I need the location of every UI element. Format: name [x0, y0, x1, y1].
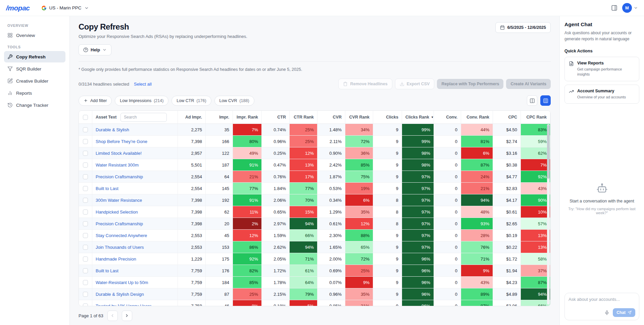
account-name: US - Marin PPC — [49, 5, 82, 10]
column-header-asset[interactable]: Asset Text — [92, 111, 178, 124]
asset-text-link[interactable]: Stay Connected Anywhere — [96, 233, 147, 238]
mopac-logo[interactable]: /mopac — [6, 4, 30, 12]
cvr-rank-cell: 36% — [345, 147, 373, 159]
row-checkbox[interactable] — [83, 292, 88, 297]
replace-with-top-performers-button[interactable]: Replace with Top Performers — [437, 79, 503, 89]
ad-impr-cell: 7,759 — [178, 265, 206, 277]
conv-cell: 0 — [434, 288, 461, 300]
asset-text-link[interactable]: Water Resistant 300m — [96, 162, 139, 168]
table-view-toggle-button[interactable] — [540, 95, 551, 106]
row-checkbox[interactable] — [83, 210, 88, 215]
column-header-cvr[interactable]: CVR — [317, 111, 345, 124]
table-scrollbar[interactable] — [547, 124, 550, 305]
row-checkbox[interactable] — [83, 304, 88, 306]
select-all-link[interactable]: Select all — [134, 82, 152, 87]
column-header-clicks-rank[interactable]: Clicks Rank▼ — [402, 111, 434, 124]
chat-input[interactable] — [568, 297, 635, 302]
user-menu[interactable]: M — [622, 3, 638, 13]
sidebar-item-overview[interactable]: Overview — [4, 30, 65, 41]
cvr-cell: 0.85% — [317, 300, 345, 306]
mic-button[interactable] — [604, 310, 609, 315]
split-view-toggle-button[interactable] — [527, 95, 537, 106]
asset-text-link[interactable]: Handmade Precision — [96, 257, 136, 262]
impr-rank-cell: 8% — [233, 300, 262, 306]
asset-text-link[interactable]: Handpicked Selection — [96, 210, 138, 215]
filter-chip-low-ctr[interactable]: Low CTR (176) — [171, 96, 211, 106]
column-header-ctr[interactable]: CTR — [262, 111, 290, 124]
impr-cell: 122 — [206, 147, 233, 159]
prev-page-button[interactable] — [107, 311, 118, 321]
asset-text-link[interactable]: Trusted by 10K Happy Users — [96, 304, 151, 306]
row-checkbox[interactable] — [83, 221, 88, 226]
ctr-rank-cell: 17% — [290, 171, 317, 183]
column-header-impr[interactable]: Impr. — [206, 111, 233, 124]
asset-text-link[interactable]: Water-Resistant Up to 50m — [96, 280, 148, 285]
export-csv-button[interactable]: Export CSV — [395, 79, 435, 89]
row-checkbox[interactable] — [83, 186, 88, 191]
scrollbar-thumb[interactable] — [547, 125, 550, 179]
row-checkbox[interactable] — [83, 233, 88, 238]
cpc-rank-cell: 62% — [521, 147, 550, 159]
quick-action-view-reports[interactable]: View Reports Get campaign performance in… — [564, 57, 639, 81]
asset-text-link[interactable]: Precision Craftsmanship — [96, 221, 143, 226]
row-checkbox[interactable] — [83, 139, 88, 144]
column-header-clicks[interactable]: Clicks — [373, 111, 402, 124]
sidebar-item-creative-builder[interactable]: Creative Builder — [4, 75, 65, 87]
asset-text-link[interactable]: Limited Stock Available! — [96, 151, 142, 156]
asset-text-link[interactable]: Precision Craftsmanship — [96, 174, 143, 179]
quick-action-account-summary[interactable]: Account Summary Overview of your ad acco… — [564, 85, 639, 104]
asset-text-link[interactable]: Built to Last — [96, 268, 118, 273]
row-checkbox[interactable] — [83, 162, 88, 168]
row-checkbox[interactable] — [83, 127, 88, 132]
row-checkbox[interactable] — [83, 198, 88, 203]
row-checkbox[interactable] — [83, 257, 88, 262]
asset-text-link[interactable]: 300m Water Resistance — [96, 198, 142, 203]
row-checkbox[interactable] — [83, 280, 88, 285]
chat-send-button[interactable]: Chat — [613, 308, 635, 317]
ctr-cell: 0.76% — [262, 171, 290, 183]
cpc-rank-cell: 13% — [521, 241, 550, 253]
asset-text-link[interactable]: Shop Before They're Gone — [96, 139, 147, 144]
filter-chip-low-impressions[interactable]: Low Impressions (214) — [115, 96, 168, 106]
column-header-ctr-rank[interactable]: CTR Rank — [290, 111, 317, 124]
conv-rank-cell: 24% — [461, 171, 493, 183]
impr-rank-cell: 77% — [233, 183, 262, 194]
column-header-cpc[interactable]: CPC — [493, 111, 521, 124]
filter-chip-low-cvr[interactable]: Low CVR (188) — [214, 96, 254, 106]
clicks-cell: 8 — [373, 194, 402, 206]
row-checkbox[interactable] — [83, 245, 88, 250]
date-range-button[interactable]: 6/5/2025 - 12/6/2025 — [495, 22, 551, 33]
row-checkbox[interactable] — [83, 268, 88, 273]
sidebar-item-copy-refresh[interactable]: Copy Refresh — [4, 51, 65, 62]
help-button[interactable]: Help — [79, 44, 111, 55]
impr-cell: 153 — [206, 241, 233, 253]
column-header-impr-rank[interactable]: Impr. Rank — [233, 111, 262, 124]
asset-text-link[interactable]: Durable & Stylish — [96, 127, 129, 132]
sidebar-item-sqr-builder[interactable]: SQR Builder — [4, 63, 65, 75]
grid-icon — [7, 33, 13, 38]
asset-text-link[interactable]: Join Thousands of Users — [96, 245, 144, 250]
sidebar-item-change-tracker[interactable]: Change Tracker — [4, 99, 65, 111]
row-checkbox[interactable] — [83, 174, 88, 179]
select-all-checkbox[interactable] — [83, 115, 88, 120]
next-page-button[interactable] — [122, 311, 132, 321]
asset-search-input[interactable] — [120, 113, 167, 122]
create-ai-variants-button[interactable]: Create AI Variants — [506, 79, 551, 89]
app-root: /mopac US - Marin PPC M OVERVIEW Overvie… — [0, 0, 644, 325]
column-header-ad-impr[interactable]: Ad Impr. — [178, 111, 206, 124]
sidebar-item-reports[interactable]: Reports — [4, 87, 65, 99]
sidebar-item-label: Reports — [16, 91, 32, 96]
account-switcher[interactable]: US - Marin PPC — [41, 5, 89, 11]
asset-text-link[interactable]: Durable & Stylish Design — [96, 292, 144, 297]
add-filter-button[interactable]: Add filter — [79, 96, 112, 106]
row-checkbox[interactable] — [83, 151, 88, 156]
ad-impr-cell: 7,398 — [178, 136, 206, 147]
panel-toggle-button[interactable] — [611, 5, 617, 11]
asset-text-link[interactable]: Built to Last — [96, 186, 118, 191]
column-header-conv[interactable]: Conv. — [434, 111, 461, 124]
column-header-cpc-rank[interactable]: CPC Rank — [521, 111, 550, 124]
column-header-cvr-rank[interactable]: CVR Rank — [345, 111, 373, 124]
column-header-conv-rank[interactable]: Conv. Rank — [461, 111, 493, 124]
conv-rank-cell: 89% — [461, 288, 493, 300]
remove-headlines-button[interactable]: Remove Headlines — [338, 79, 392, 89]
